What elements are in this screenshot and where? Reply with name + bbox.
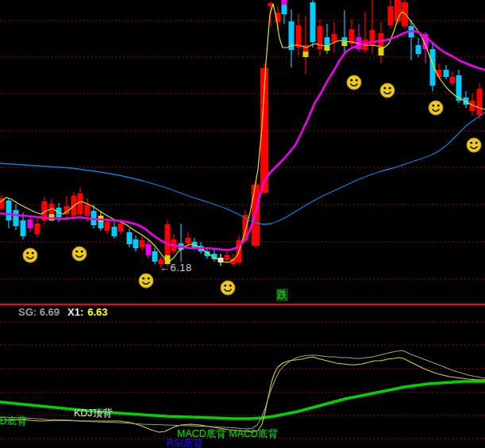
rsi-divergence-label: RSI底背 bbox=[167, 438, 203, 448]
macd-divergence-label-left: MACD底背 bbox=[0, 416, 27, 427]
x1-label: X1: bbox=[67, 306, 83, 318]
price-low-value: 6.18 bbox=[171, 262, 192, 274]
sg-value: SG: 6.69 bbox=[18, 306, 60, 318]
smiley-marker-icon bbox=[23, 248, 37, 262]
smiley-marker-icon bbox=[347, 75, 361, 90]
kdj-divergence-label: KDJ顶背 bbox=[74, 408, 113, 419]
smiley-marker-icon bbox=[72, 247, 87, 261]
smiley-marker-icon bbox=[221, 281, 235, 295]
x1-value: 6.63 bbox=[87, 306, 107, 318]
arrow-left-icon: ← bbox=[160, 262, 171, 274]
smiley-marker-icon bbox=[139, 274, 153, 288]
smiley-marker-icon bbox=[467, 138, 481, 152]
smiley-marker-icon bbox=[380, 83, 395, 98]
chart-window: ←6.18 跌 SG: 6.69X1:6.63 KDJ顶背 MACD底背 MAC… bbox=[0, 0, 485, 448]
smiley-marker-icon bbox=[429, 101, 443, 115]
price-low-label: ←6.18 bbox=[160, 262, 192, 273]
candlestick-chart[interactable] bbox=[0, 0, 485, 448]
fall-tag: 跌 bbox=[276, 289, 288, 301]
indicator-header: SG: 6.69X1:6.63 bbox=[18, 307, 108, 317]
